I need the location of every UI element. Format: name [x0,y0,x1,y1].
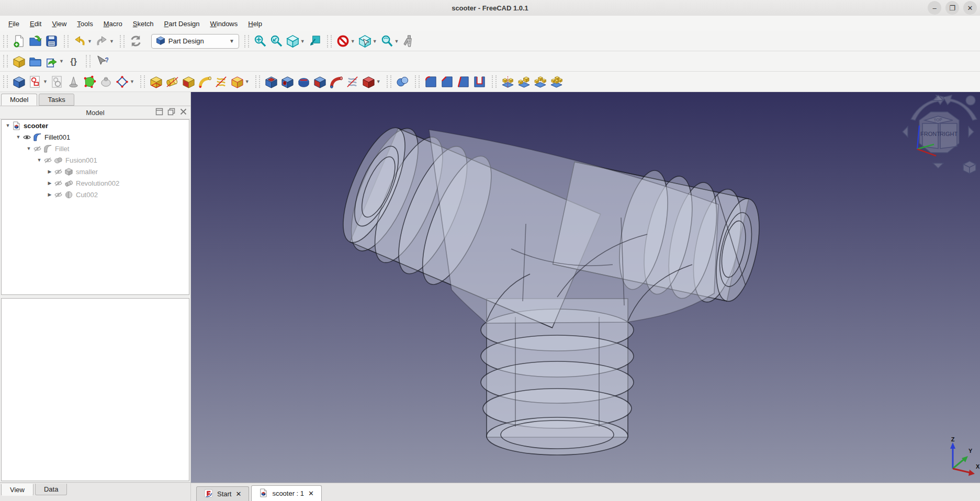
make-link-button[interactable]: ▼ [43,54,65,69]
pocket-button[interactable] [263,74,279,89]
create-datum-button[interactable] [65,74,82,89]
tree-expander-icon[interactable]: ▼ [4,123,12,128]
fit-all-button[interactable] [252,33,268,49]
tree-expander-icon[interactable]: ▶ [46,192,54,197]
property-editor[interactable] [1,298,189,481]
mirrored-button[interactable] [500,74,516,89]
tree-expander-icon[interactable]: ▶ [46,169,54,174]
polar-pattern-button[interactable] [532,74,548,89]
toolbar-drag-handle[interactable] [415,75,420,88]
dropdown-arrow-icon[interactable]: ▼ [130,79,134,84]
tree-item-scooter[interactable]: ▼scooter [2,120,189,131]
nav-mini-cube[interactable] [963,161,976,174]
chamfer-button[interactable] [439,74,455,89]
dropdown-arrow-icon[interactable]: ▼ [395,39,399,44]
dropdown-arrow-icon[interactable]: ▼ [351,39,355,44]
menu-help[interactable]: Help [243,18,267,30]
hole-button[interactable] [279,74,296,89]
subtractive-primitive-button[interactable]: ▼ [361,74,382,89]
3d-model-t-pipe-fitting[interactable]: FRONT RIGHT TOP Z [191,92,980,483]
toolbar-drag-handle[interactable] [3,35,8,48]
dropdown-arrow-icon[interactable]: ▼ [300,39,305,44]
pad-button[interactable] [148,74,164,89]
dropdown-arrow-icon[interactable]: ▼ [43,79,48,84]
selection-filter-button[interactable]: ▼ [379,33,401,49]
subtractive-loft-button[interactable] [312,74,328,89]
toolbar-drag-handle[interactable] [86,55,91,67]
dropdown-arrow-icon[interactable]: ▼ [376,79,381,84]
toolbar-drag-handle[interactable] [387,75,391,88]
whats-this-button[interactable]: ? [94,54,110,69]
tab-data[interactable]: Data [35,484,67,495]
save-file-button[interactable] [43,33,60,49]
minimize-button[interactable]: – [928,1,941,15]
measure-button[interactable] [401,33,417,49]
create-shapebinder-button[interactable] [82,74,98,89]
close-button[interactable]: ✕ [963,1,977,15]
draft-button[interactable] [455,74,471,89]
multitransform-button[interactable] [548,74,565,89]
toolbar-drag-handle[interactable] [120,35,125,48]
tree-item-fillet[interactable]: ▼Fillet [2,143,189,154]
nav-dial[interactable] [966,96,975,105]
panel-close-button[interactable] [179,108,187,117]
toolbar-drag-handle[interactable] [244,35,249,48]
undo-button[interactable]: ▼ [72,33,94,49]
menu-file[interactable]: File [3,18,25,30]
tree-item-cut002[interactable]: ▶Cut002 [2,189,189,200]
dropdown-arrow-icon[interactable]: ▼ [87,39,92,44]
tree-item-fillet001[interactable]: ▼Fillet001 [2,131,189,143]
close-tab-icon[interactable]: ✕ [235,490,241,498]
toolbar-drag-handle[interactable] [140,75,145,88]
nav-face-right-label[interactable]: RIGHT [940,131,958,137]
additive-helix-button[interactable] [213,74,229,89]
panel-float-button[interactable] [167,108,175,117]
document-tab-start[interactable]: Start✕ [196,486,249,501]
boolean-operation-button[interactable] [395,74,411,89]
subtractive-pipe-button[interactable] [328,74,344,89]
toolbar-drag-handle[interactable] [3,75,8,88]
menu-view[interactable]: View [47,18,72,30]
tab-model[interactable]: Model [1,94,37,106]
draw-style-button[interactable]: ▼ [335,33,357,49]
edit-sketch-button[interactable] [49,74,65,89]
create-part-button[interactable] [11,54,27,69]
toolbar-drag-handle[interactable] [3,55,8,67]
fillet-button[interactable] [423,74,439,89]
menu-windows[interactable]: Windows [205,18,243,30]
tree-item-fusion001[interactable]: ▼Fusion001 [2,154,189,166]
open-file-button[interactable] [27,33,43,49]
dropdown-arrow-icon[interactable]: ▼ [109,39,114,44]
tab-tasks[interactable]: Tasks [39,94,74,106]
tree-item-smaller[interactable]: ▶smaller [2,166,189,177]
menu-macro[interactable]: Macro [98,18,128,30]
restore-button[interactable]: ❐ [945,1,959,15]
create-coordinate-system-button[interactable]: ▼ [114,74,136,89]
menu-part-design[interactable]: Part Design [159,18,205,30]
create-clone-button[interactable] [98,74,114,89]
toolbar-drag-handle[interactable] [492,75,497,88]
workbench-selector[interactable]: Part Design▼ [151,34,239,49]
toolbar-drag-handle[interactable] [64,35,69,48]
menu-tools[interactable]: Tools [72,18,98,30]
nav-face-top-label[interactable]: TOP [933,117,942,122]
selection-view-button[interactable]: ▼ [357,33,379,49]
create-sketch-button[interactable]: ▼ [27,74,49,89]
toolbar-drag-handle[interactable] [255,75,260,88]
dropdown-arrow-icon[interactable]: ▼ [373,39,377,44]
linear-pattern-button[interactable] [516,74,532,89]
close-tab-icon[interactable]: ✕ [308,489,314,497]
subtractive-helix-button[interactable] [344,74,361,89]
tree-expander-icon[interactable]: ▼ [14,134,22,140]
create-group-button[interactable] [27,54,43,69]
tree-expander-icon[interactable]: ▼ [25,146,33,151]
additive-pipe-button[interactable] [197,74,213,89]
dropdown-arrow-icon[interactable]: ▼ [245,79,250,84]
new-file-button[interactable] [11,33,27,49]
tree-expander-icon[interactable]: ▼ [35,157,43,163]
sync-view-button[interactable] [307,33,323,49]
tree-expander-icon[interactable]: ▶ [46,180,54,186]
additive-primitive-button[interactable]: ▼ [229,74,251,89]
tab-view[interactable]: View [1,484,33,496]
redo-button[interactable]: ▼ [94,33,116,49]
